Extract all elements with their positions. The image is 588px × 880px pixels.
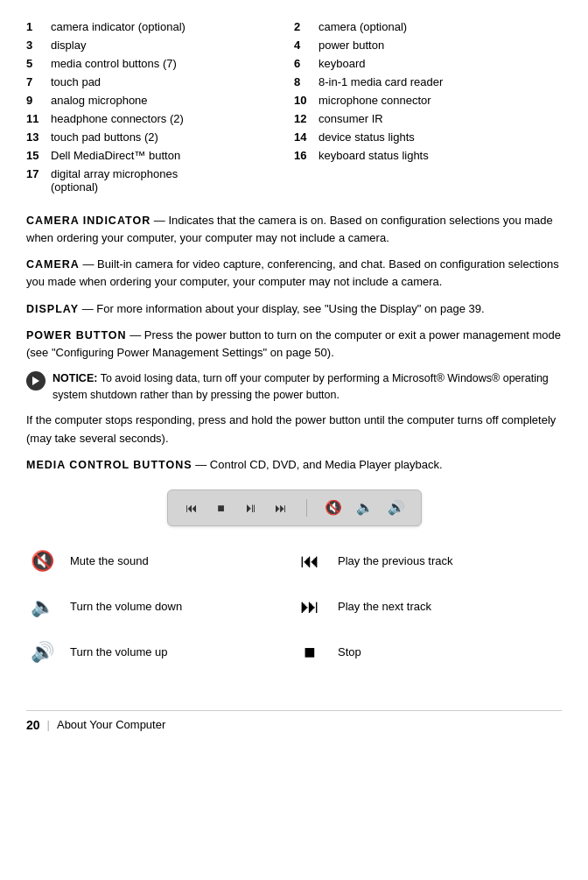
notice-block: NOTICE: To avoid losing data, turn off y…	[26, 370, 562, 404]
stop-button[interactable]: ■	[214, 501, 229, 515]
list-item: 15 Dell MediaDirect™ button	[26, 146, 294, 165]
icon-row-stop: ■ Stop	[294, 630, 562, 675]
item-number: 3	[26, 39, 51, 52]
page-label: About Your Computer	[57, 718, 165, 731]
svg-marker-0	[32, 377, 39, 385]
item-number: 16	[294, 149, 318, 162]
item-label: device status lights	[318, 130, 415, 144]
list-item: 10 microphone connector	[294, 91, 562, 109]
section-power-button: POWER BUTTON — Press the power button to…	[26, 327, 562, 362]
icon-row-vol-up: 🔊 Turn the volume up	[26, 630, 294, 675]
media-divider	[306, 499, 307, 517]
item-label: headphone connectors (2)	[51, 112, 184, 125]
item-number: 1	[26, 20, 51, 33]
section-camera: CAMERA — Built-in camera for video captu…	[26, 256, 562, 291]
item-number: 6	[294, 57, 318, 70]
stop-icon: ■	[294, 637, 326, 668]
next-track-icon: ⏭	[294, 591, 326, 623]
section-title-display: DISPLAY	[26, 303, 79, 315]
volume-up-button[interactable]: 🔊	[388, 499, 405, 516]
mute-desc: Mute the sound	[70, 554, 149, 567]
section-body-media-control: Control CD, DVD, and Media Player playba…	[210, 458, 443, 471]
volume-up-icon: 🔊	[26, 637, 58, 668]
list-item: 6 keyboard	[294, 54, 562, 73]
mute-button[interactable]: 🔇	[325, 499, 342, 516]
next-track-button[interactable]: ⏭	[273, 501, 289, 515]
icon-row-mute: 🔇 Mute the sound	[26, 539, 294, 584]
item-number: 10	[294, 94, 318, 107]
list-item: 1 camera indicator (optional)	[26, 18, 294, 36]
item-label: keyboard	[318, 57, 365, 70]
list-item: 12 consumer IR	[294, 109, 562, 128]
icon-row-next: ⏭ Play the next track	[294, 584, 562, 630]
item-label: touch pad buttons (2)	[51, 130, 158, 144]
power-extra-text: If the computer stops responding, press …	[26, 412, 562, 447]
list-item: 7 touch pad	[26, 73, 294, 91]
item-label: keyboard status lights	[318, 149, 429, 162]
next-desc: Play the next track	[338, 600, 431, 613]
section-title-camera: CAMERA	[26, 258, 80, 271]
volume-down-icon: 🔈	[26, 591, 58, 623]
item-label: consumer IR	[318, 112, 383, 125]
section-display: DISPLAY — For more information about you…	[26, 300, 562, 318]
section-title-media-control: MEDIA CONTROL BUTTONS	[26, 459, 192, 471]
prev-track-button[interactable]: ⏮	[184, 501, 200, 515]
item-number: 14	[294, 130, 318, 144]
notice-text: NOTICE: To avoid losing data, turn off y…	[52, 370, 562, 404]
notice-arrow-icon	[26, 371, 46, 391]
item-label: power button	[318, 39, 384, 52]
mute-icon: 🔇	[26, 546, 58, 577]
media-control-bar: ⏮ ■ ⏯ ⏭ 🔇 🔈 🔊	[26, 489, 562, 526]
section-title-camera-indicator: CAMERA INDICATOR	[26, 215, 150, 227]
item-number: 13	[26, 130, 51, 144]
numbered-list: 1 camera indicator (optional) 3 display …	[26, 18, 562, 196]
list-item: 8 8-in-1 media card reader	[294, 73, 562, 91]
section-title-power-button: POWER BUTTON	[26, 329, 127, 341]
section-dash: —	[195, 458, 210, 471]
left-column: 1 camera indicator (optional) 3 display …	[26, 18, 294, 196]
right-column: 2 camera (optional) 4 power button 6 key…	[294, 18, 562, 196]
section-camera-indicator: CAMERA INDICATOR — Indicates that the ca…	[26, 212, 562, 247]
section-body-display: For more information about your display,…	[96, 302, 484, 315]
list-item: 2 camera (optional)	[294, 18, 562, 36]
list-item: 5 media control buttons (7)	[26, 54, 294, 73]
media-buttons-bar: ⏮ ■ ⏯ ⏭ 🔇 🔈 🔊	[167, 489, 422, 526]
icon-row-prev: ⏮ Play the previous track	[294, 539, 562, 584]
section-body-camera: Built-in camera for video capture, confe…	[26, 257, 559, 288]
list-item: 16 keyboard status lights	[294, 146, 562, 165]
item-label: 8-in-1 media card reader	[318, 75, 443, 88]
item-label: display	[51, 39, 86, 52]
list-item: 9 analog microphone	[26, 91, 294, 109]
stop-desc: Stop	[338, 645, 361, 658]
section-dash: —	[82, 257, 97, 271]
section-dash: —	[154, 214, 169, 227]
section-media-control: MEDIA CONTROL BUTTONS — Control CD, DVD,…	[26, 456, 562, 474]
item-label: media control buttons (7)	[51, 57, 177, 70]
item-label: digital array microphones(optional)	[51, 167, 178, 194]
item-number: 11	[26, 112, 51, 125]
item-label: touch pad	[51, 75, 101, 88]
notice-body: To avoid losing data, turn off your comp…	[52, 372, 549, 401]
prev-track-icon: ⏮	[294, 546, 326, 577]
list-item: 3 display	[26, 36, 294, 54]
play-pause-button[interactable]: ⏯	[243, 500, 259, 515]
item-number: 4	[294, 39, 318, 52]
item-label: analog microphone	[51, 94, 148, 107]
item-number: 7	[26, 75, 51, 88]
vol-down-desc: Turn the volume down	[70, 600, 182, 613]
item-number: 9	[26, 94, 51, 107]
icon-legend: 🔇 Mute the sound ⏮ Play the previous tra…	[26, 539, 562, 675]
item-label: camera indicator (optional)	[51, 20, 186, 33]
prev-desc: Play the previous track	[338, 554, 453, 567]
notice-label: NOTICE:	[52, 372, 97, 384]
list-item: 4 power button	[294, 36, 562, 54]
item-number: 17	[26, 167, 51, 180]
list-item: 17 digital array microphones(optional)	[26, 165, 294, 196]
volume-down-button[interactable]: 🔈	[356, 499, 374, 516]
item-number: 15	[26, 149, 51, 162]
item-number: 5	[26, 57, 51, 70]
page-separator: |	[47, 718, 50, 731]
section-dash: —	[130, 328, 144, 341]
item-number: 2	[294, 20, 318, 33]
item-number: 12	[294, 112, 318, 125]
